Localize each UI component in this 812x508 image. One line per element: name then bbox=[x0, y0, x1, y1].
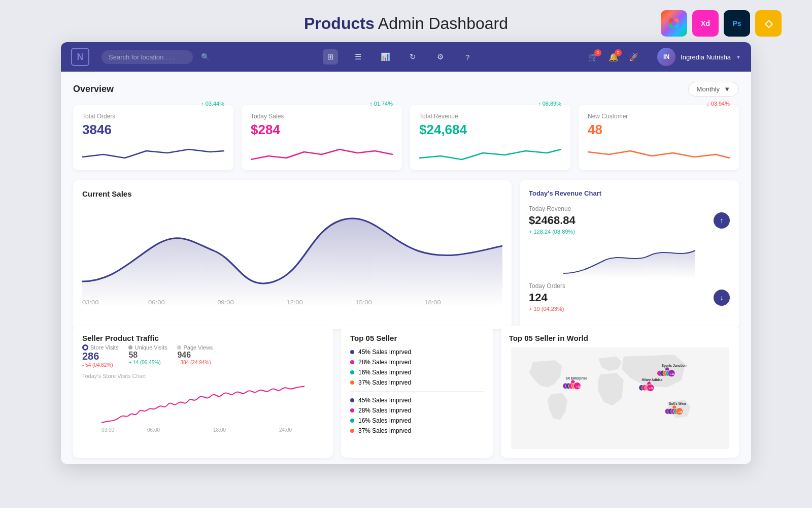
revenue-value: $24,684 bbox=[419, 122, 561, 138]
svg-text:Sports Junction: Sports Junction bbox=[661, 364, 686, 368]
orders-value: 3846 bbox=[82, 122, 224, 138]
customers-change: ↓ 03.94% bbox=[706, 101, 730, 107]
svg-text:06:00: 06:00 bbox=[147, 427, 160, 433]
today-orders-label: Today Orders bbox=[529, 282, 730, 290]
nav-menu-icon[interactable]: ☰ bbox=[350, 49, 365, 65]
world-map-card: Top 05 Seller in World bbox=[501, 326, 739, 458]
current-sales-card: Current Sales 03:00 06:00 09 bbox=[73, 180, 512, 329]
seller-item-8: 37% Sales Imprved bbox=[350, 427, 484, 434]
stat-card-orders: Total Orders ↑ 03.44% 3846 bbox=[73, 105, 233, 170]
revenue-up-btn[interactable]: ↑ bbox=[714, 212, 730, 229]
today-revenue-value: $2468.84 bbox=[529, 214, 576, 227]
svg-text:03:00: 03:00 bbox=[82, 299, 99, 306]
seller-dot-3 bbox=[350, 370, 354, 374]
orders-chart bbox=[82, 142, 224, 162]
seller-items-repeat: 45% Sales Imprved 28% Sales Imprved 16% … bbox=[350, 391, 484, 434]
sales-value: $284 bbox=[251, 122, 393, 138]
today-revenue-change: + 128.24 (08.89%) bbox=[529, 229, 730, 235]
svg-text:+10: +10 bbox=[576, 385, 581, 388]
seller-item-4: 37% Sales Imprved bbox=[350, 379, 484, 386]
stat-card-sales: Today Sales ↑ 01.74% $284 bbox=[242, 105, 402, 170]
orders-down-btn[interactable]: ↓ bbox=[714, 290, 730, 306]
nav-refresh-icon[interactable]: ↻ bbox=[405, 49, 420, 65]
today-orders-metric: Today Orders 124 ↓ + 10 (04.23%) bbox=[529, 282, 730, 312]
store-visits-chart-label: Today's Store Visits Chart bbox=[82, 373, 324, 379]
xd-icon: Xd bbox=[692, 10, 719, 37]
seller-dot-4 bbox=[350, 380, 354, 385]
user-dropdown-icon[interactable]: ▼ bbox=[736, 54, 741, 60]
seller-dot-7 bbox=[350, 419, 354, 423]
revenue-change: ↑ 08.89% bbox=[538, 101, 561, 107]
page-views-metric: Page Views 946 - 384 (24.94%) bbox=[177, 344, 213, 368]
ps-icon: Ps bbox=[724, 10, 750, 37]
seller-dot-5 bbox=[350, 398, 354, 402]
cart-badge: 3 bbox=[594, 49, 601, 56]
svg-text:+12: +12 bbox=[670, 372, 674, 375]
nav-user[interactable]: IN Ingredia Nutrisha ▼ bbox=[657, 48, 741, 66]
search-input[interactable] bbox=[101, 50, 193, 64]
nav-right-icons: 🛒 3 🔔 5 🚀 bbox=[588, 52, 639, 62]
tool-icons-area: Xd Ps ◇ bbox=[661, 10, 782, 37]
revenue-chart bbox=[419, 142, 561, 162]
seller-dot-2 bbox=[350, 360, 354, 364]
seller-item-7: 16% Sales Imprved bbox=[350, 417, 484, 424]
traffic-metrics: Store Visits 286 - 54 (04.62%) Unique Vi… bbox=[82, 344, 324, 368]
sales-chart bbox=[251, 142, 393, 162]
svg-point-4 bbox=[671, 21, 676, 26]
customers-label: New Customer bbox=[588, 113, 628, 120]
customers-chart bbox=[588, 142, 730, 162]
svg-text:15:00: 15:00 bbox=[355, 299, 372, 306]
traffic-chart: 03:00 06:00 18:00 24:00 bbox=[82, 382, 324, 433]
svg-text:09:00: 09:00 bbox=[217, 299, 234, 306]
svg-text:+05: +05 bbox=[678, 410, 683, 414]
svg-text:12:00: 12:00 bbox=[286, 299, 303, 306]
today-orders-value: 124 bbox=[529, 291, 548, 304]
dashboard-container: N 🔍 ⊞ ☰ 📊 ↻ ⚙ ? 🛒 3 🔔 5 🚀 IN bbox=[61, 42, 751, 464]
seller-dot-8 bbox=[350, 429, 354, 433]
sketch-icon: ◇ bbox=[755, 10, 782, 37]
figma-icon bbox=[661, 10, 687, 37]
revenue-panel: Today's Revenue Chart Today Revenue $246… bbox=[520, 180, 739, 329]
svg-text:Safi's Wear: Safi's Wear bbox=[669, 402, 687, 405]
content-row2: Seller Product Traffic Store Visits 286 … bbox=[73, 326, 739, 458]
nav-center-icons: ⊞ ☰ 📊 ↻ ⚙ ? bbox=[323, 49, 475, 65]
cart-icon-badge[interactable]: 🛒 3 bbox=[588, 52, 598, 62]
top-area: Products Admin Dashboard Xd Ps ◇ bbox=[0, 0, 812, 42]
seller-items: 45% Sales Imprved 28% Sales Imprved 16% … bbox=[350, 348, 484, 434]
revenue-chart-title: Today's Revenue Chart bbox=[529, 189, 730, 197]
overview-header: Overview Monthly ▼ bbox=[73, 82, 739, 97]
sales-label: Today Sales bbox=[251, 113, 284, 120]
current-sales-title: Current Sales bbox=[82, 189, 502, 198]
traffic-title: Seller Product Traffic bbox=[82, 334, 324, 342]
svg-text:18:00: 18:00 bbox=[424, 299, 441, 306]
nav-grid-icon[interactable]: ⊞ bbox=[323, 49, 338, 65]
svg-text:+02: +02 bbox=[649, 387, 653, 390]
orders-label: Total Orders bbox=[82, 113, 115, 120]
nav-settings-icon[interactable]: ⚙ bbox=[432, 49, 448, 65]
current-sales-chart: 03:00 06:00 09:00 12:00 15:00 18:00 bbox=[82, 200, 502, 307]
notification-icon-badge[interactable]: 🔔 5 bbox=[608, 52, 619, 62]
world-map-title: Top 05 Seller in World bbox=[509, 334, 731, 342]
monthly-dropdown[interactable]: Monthly ▼ bbox=[688, 82, 739, 97]
user-avatar: IN bbox=[657, 48, 675, 66]
navbar: N 🔍 ⊞ ☰ 📊 ↻ ⚙ ? 🛒 3 🔔 5 🚀 IN bbox=[61, 42, 751, 72]
revenue-line-chart bbox=[529, 243, 730, 278]
nav-chart-icon[interactable]: 📊 bbox=[378, 49, 393, 65]
seller-item-1: 45% Sales Imprved bbox=[350, 348, 484, 356]
nav-help-icon[interactable]: ? bbox=[460, 49, 475, 65]
seller-item-2: 28% Sales Imprved bbox=[350, 359, 484, 366]
svg-text:24:00: 24:00 bbox=[279, 427, 292, 433]
main-content: Overview Monthly ▼ Total Orders ↑ 03.44%… bbox=[61, 72, 751, 464]
overview-title: Overview bbox=[73, 84, 114, 94]
customers-value: 48 bbox=[588, 122, 730, 138]
notification-badge: 5 bbox=[615, 49, 622, 56]
search-button[interactable]: 🔍 bbox=[201, 53, 210, 61]
content-row1: Current Sales 03:00 06:00 09 bbox=[73, 180, 739, 318]
today-revenue-metric: Today Revenue $2468.84 ↑ + 128.24 (08.89… bbox=[529, 205, 730, 235]
world-map-svg: SK Enterprise +10 Sports Junction bbox=[509, 347, 731, 449]
unique-visits-metric: Unique Visits 58 + 14 (06.45%) bbox=[128, 344, 167, 368]
rocket-icon[interactable]: 🚀 bbox=[629, 52, 639, 62]
revenue-label: Total Revenue bbox=[419, 113, 458, 120]
orders-change: ↑ 03.44% bbox=[201, 101, 224, 107]
user-name: Ingredia Nutrisha bbox=[681, 53, 731, 61]
